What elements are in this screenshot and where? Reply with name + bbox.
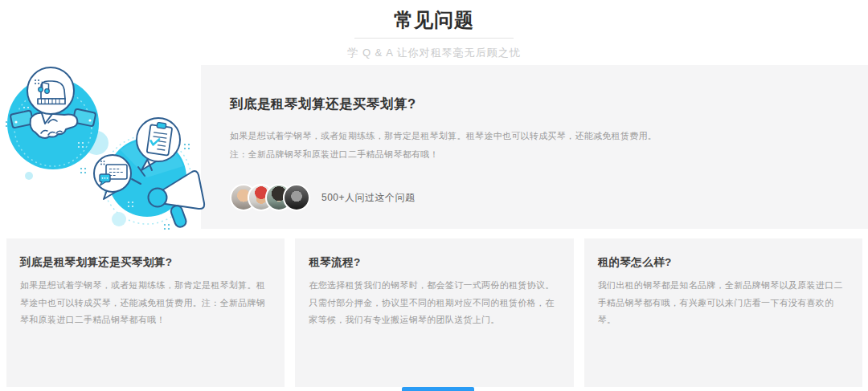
faq-card-question: 租的琴怎么样?: [598, 255, 852, 270]
faq-card-rental-process: 租琴流程? 在您选择租赁我们的钢琴时，都会签订一式两份的租赁协议。只需付部分押金…: [295, 238, 573, 387]
featured-question-title: 到底是租琴划算还是买琴划算?: [230, 96, 844, 113]
page-subtitle: 学 Q & A 让你对租琴毫无后顾之忧: [0, 46, 868, 60]
social-proof: 500+人问过这个问题: [230, 184, 844, 211]
avatar-group: [230, 184, 310, 211]
faq-illustration: [0, 66, 207, 233]
social-proof-label: 500+人问过这个问题: [321, 191, 416, 205]
faq-card-piano-quality: 租的琴怎么样? 我们出租的钢琴都是知名品牌，全新品牌钢琴以及原装进口二手精品钢琴…: [584, 238, 862, 387]
featured-answer-line2: 注：全新品牌钢琴和原装进口二手精品钢琴都有哦！: [230, 145, 844, 164]
faq-header: 常见问题 学 Q & A 让你对租琴毫无后顾之忧: [0, 0, 868, 60]
faq-card-question: 租琴流程?: [309, 255, 563, 270]
faq-card-rent-vs-buy: 到底是租琴划算还是买琴划算? 如果是想试着学钢琴，或者短期练练，那肯定是租琴划算…: [6, 238, 285, 387]
faq-card-question: 到底是租琴划算还是买琴划算?: [20, 255, 274, 270]
featured-question-panel: 到底是租琴划算还是买琴划算? 如果是想试着学钢琴，或者短期练练，那肯定是租琴划算…: [201, 65, 868, 229]
handshake-piano-megaphone-illustration: [0, 66, 207, 233]
faq-card-answer: 我们出租的钢琴都是知名品牌，全新品牌钢琴以及原装进口二手精品钢琴都有哦，有兴趣可…: [598, 277, 852, 329]
faq-card-answer: 如果是想试着学钢琴，或者短期练练，那肯定是租琴划算。租琴途中也可以转成买琴，还能…: [20, 277, 274, 329]
view-more-button[interactable]: [402, 387, 474, 391]
faq-card-list: 到底是租琴划算还是买琴划算? 如果是想试着学钢琴，或者短期练练，那肯定是租琴划算…: [6, 238, 862, 387]
faq-card-answer: 在您选择租赁我们的钢琴时，都会签订一式两份的租赁协议。只需付部分押金，协议里不同…: [309, 277, 563, 329]
header-divider: [354, 38, 514, 39]
avatar-bw-portrait: [283, 184, 310, 211]
page-title: 常见问题: [0, 0, 868, 31]
featured-answer-line1: 如果是想试着学钢琴，或者短期练练，那肯定是租琴划算。租琴途中也可以转成买琴，还能…: [230, 127, 844, 145]
